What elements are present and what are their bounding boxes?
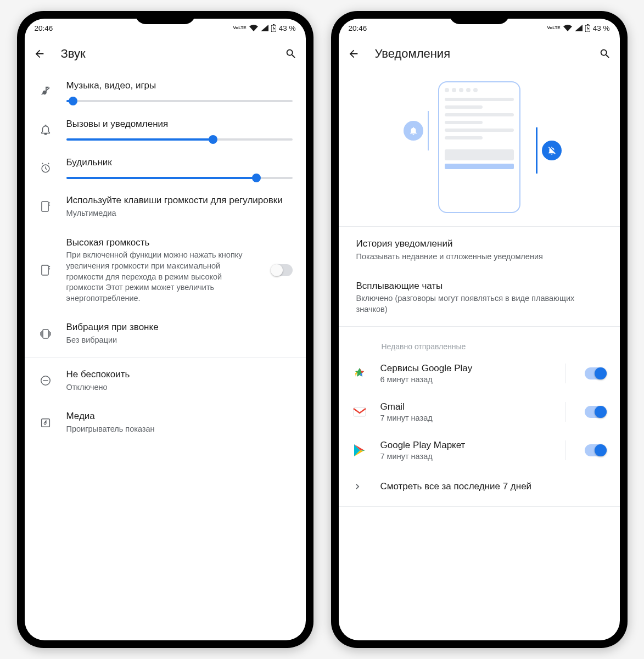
extra-volume-toggle[interactable] xyxy=(271,264,293,276)
battery-text: 43 % xyxy=(279,24,296,32)
notch xyxy=(135,11,195,24)
app-notification-toggle[interactable] xyxy=(585,406,607,418)
chevron-right-icon xyxy=(352,481,367,492)
svg-rect-11 xyxy=(587,24,589,25)
bell-off-icon xyxy=(542,141,562,160)
slider-track[interactable] xyxy=(66,100,293,102)
media-title: Медиа xyxy=(66,410,293,423)
volume-keys-sub: Мультимедиа xyxy=(66,208,293,219)
slider-label: Музыка, видео, игры xyxy=(66,80,293,91)
screen-right: 20:46 VoLTE 43 % Уведомления xyxy=(339,19,620,640)
search-button[interactable] xyxy=(285,48,297,60)
recently-sent-header: Недавно отправленные xyxy=(339,329,620,354)
dnd-title: Не беспокоить xyxy=(66,368,293,381)
dnd-sub: Отключено xyxy=(66,382,293,393)
app-row[interactable]: Сервисы Google Play 6 минут назад xyxy=(339,354,620,393)
history-title: История уведомлений xyxy=(356,238,607,250)
app-icon xyxy=(352,443,367,458)
app-icon xyxy=(352,366,367,381)
divider xyxy=(339,506,620,507)
svg-rect-12 xyxy=(354,407,366,416)
bell-icon xyxy=(38,124,53,136)
setting-vibrate-on-ring[interactable]: Вибрация при звонке Без вибрации xyxy=(25,312,306,355)
svg-rect-4 xyxy=(42,202,48,211)
app-row[interactable]: Google Play Маркет 7 минут назад xyxy=(339,431,620,470)
signal-icon xyxy=(261,25,268,31)
see-all-row[interactable]: Смотреть все за последние 7 дней xyxy=(339,470,620,504)
divider xyxy=(339,226,620,227)
setting-extra-volume[interactable]: Высокая громкость При включенной функции… xyxy=(25,228,306,313)
search-icon xyxy=(599,48,611,60)
battery-icon xyxy=(271,24,276,32)
slider-track[interactable] xyxy=(66,177,293,179)
phone-right: 20:46 VoLTE 43 % Уведомления xyxy=(331,11,628,648)
extra-volume-sub: При включенной функции можно нажать кноп… xyxy=(66,250,257,304)
app-name: Сервисы Google Play xyxy=(380,363,547,374)
svg-rect-6 xyxy=(43,330,48,338)
app-time: 7 минут назад xyxy=(380,452,547,461)
app-notification-toggle[interactable] xyxy=(585,444,607,456)
wifi-icon xyxy=(249,25,258,31)
svg-rect-1 xyxy=(273,24,275,25)
slider-row: Вызовы и уведомления xyxy=(25,109,306,147)
status-time: 20:46 xyxy=(35,24,53,32)
volte-icon: VoLTE xyxy=(233,26,247,30)
vibrate-title: Вибрация при звонке xyxy=(66,321,293,334)
slider-label: Вызовы и уведомления xyxy=(66,119,293,130)
app-name: Gmail xyxy=(380,401,547,412)
vibrate-sub: Без вибрации xyxy=(66,335,293,346)
search-icon xyxy=(285,48,297,60)
divider-vertical xyxy=(565,402,566,422)
extra-volume-title: Высокая громкость xyxy=(66,237,257,249)
phone-volume-icon xyxy=(38,200,53,213)
svg-rect-9 xyxy=(41,418,49,427)
setting-media[interactable]: Медиа Проигрыватель показан xyxy=(25,401,306,444)
volte-icon: VoLTE xyxy=(547,26,561,30)
setting-bubbles[interactable]: Всплывающие чаты Включено (разговоры мог… xyxy=(339,271,620,324)
app-time: 7 минут назад xyxy=(380,414,547,422)
slider-row: Музыка, видео, игры xyxy=(25,70,306,109)
arrow-back-icon xyxy=(33,48,46,60)
slider-row: Будильник xyxy=(25,147,306,186)
app-bar: Уведомления xyxy=(339,37,620,70)
app-bar: Звук xyxy=(25,37,306,70)
screen-left: 20:46 VoLTE 43 % Звук Музыка, видео, xyxy=(25,19,306,640)
app-notification-toggle[interactable] xyxy=(585,367,607,379)
status-time: 20:46 xyxy=(349,24,367,32)
setting-dnd[interactable]: Не беспокоить Отключено xyxy=(25,360,306,402)
status-icons: VoLTE 43 % xyxy=(547,24,610,32)
see-all-label: Смотреть все за последние 7 дней xyxy=(380,481,532,493)
vibrate-icon xyxy=(38,327,53,340)
page-title: Звук xyxy=(61,47,86,61)
notifications-illustration xyxy=(339,70,620,224)
setting-volume-keys[interactable]: Используйте клавиши громкости для регули… xyxy=(25,186,306,228)
phone-left: 20:46 VoLTE 43 % Звук Музыка, видео, xyxy=(17,11,313,648)
alarm-icon xyxy=(38,162,53,174)
bubbles-sub: Включено (разговоры могут появляться в в… xyxy=(356,293,607,315)
slider-label: Будильник xyxy=(66,157,293,168)
slider-track[interactable] xyxy=(66,138,293,141)
divider-vertical xyxy=(565,440,566,460)
back-button[interactable] xyxy=(33,48,46,60)
setting-history[interactable]: История уведомлений Показывать недавние … xyxy=(339,229,620,271)
dnd-icon xyxy=(38,375,53,387)
media-sub: Проигрыватель показан xyxy=(66,424,293,435)
media-icon xyxy=(38,417,53,429)
bubbles-title: Всплывающие чаты xyxy=(356,280,607,293)
volume-keys-title: Используйте клавиши громкости для регули… xyxy=(66,194,293,207)
search-button[interactable] xyxy=(599,48,611,60)
divider xyxy=(339,326,620,327)
divider-vertical xyxy=(565,364,566,383)
app-name: Google Play Маркет xyxy=(380,440,547,451)
app-row[interactable]: Gmail 7 минут назад xyxy=(339,393,620,431)
back-button[interactable] xyxy=(348,48,360,60)
notch xyxy=(449,11,509,24)
battery-text: 43 % xyxy=(593,24,610,32)
content-right: История уведомлений Показывать недавние … xyxy=(339,70,620,640)
wifi-icon xyxy=(563,25,572,31)
bell-on-icon xyxy=(404,121,423,141)
music-note-off-icon xyxy=(38,85,53,97)
page-title: Уведомления xyxy=(375,47,451,61)
history-sub: Показывать недавние и отложенные уведомл… xyxy=(356,252,607,263)
app-icon xyxy=(352,404,367,420)
